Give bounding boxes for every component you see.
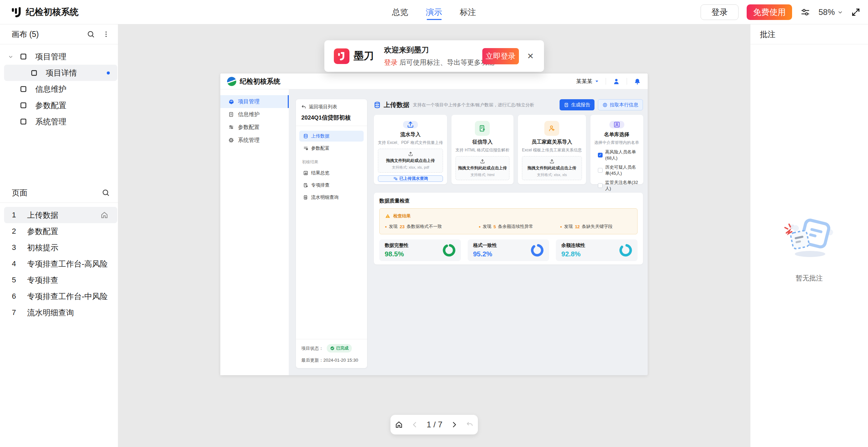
banner-subtitle: 登录 后可使用标注、导出等更多功能: [384, 58, 494, 67]
zoom-control[interactable]: 58%: [819, 7, 843, 17]
metric-value: 95.2%: [473, 250, 497, 258]
option-history-suspect[interactable]: 历史可疑人员名单(45人): [598, 164, 639, 176]
page-item-4[interactable]: 4专项排查工作台-高风险: [0, 256, 118, 272]
card-title: 员工家庭关系导入: [531, 139, 572, 145]
menu-upload-data[interactable]: 上传数据: [299, 131, 364, 142]
canvas-header: 画布 (5): [12, 29, 87, 40]
tree-item-project-detail[interactable]: 项目详情: [4, 65, 117, 81]
option-regulator-watch[interactable]: 监管关注名单(32人): [598, 179, 639, 192]
finding-post: 条余额连续性异常: [498, 224, 533, 230]
dropzone-text: 拖拽文件到此处或点击上传: [380, 158, 441, 164]
menu-label: 结果总览: [311, 170, 329, 176]
upload-icon: [524, 159, 580, 164]
finding-pre: 发现: [389, 224, 398, 230]
metric-label: 数据完整性: [385, 242, 408, 249]
tab-overview[interactable]: 总览: [392, 0, 408, 24]
search-icon[interactable]: [87, 30, 95, 38]
nav-params[interactable]: 参数配置: [220, 121, 289, 134]
data-quality-section: 数据质量检查 检查结果 •发现23条数据格式不一致 •发现5条余额连续性异常 •…: [374, 193, 643, 264]
chevron-down-icon[interactable]: [8, 54, 13, 59]
back-label: 返回项目列表: [309, 104, 337, 110]
mockup-left-nav: 项目管理 信息维护 参数配置 系统管理: [220, 89, 289, 375]
nav-system[interactable]: 系统管理: [220, 134, 289, 147]
project-status-block: 项目状态： 已完成 最后更新：2024-01-20 15:30: [296, 339, 367, 368]
check-result-title: 检查结果: [393, 213, 411, 219]
page-item-1[interactable]: 1 上传数据: [4, 207, 117, 223]
menu-params-config[interactable]: 参数配置: [299, 143, 364, 154]
close-icon[interactable]: ✕: [527, 51, 534, 61]
divider: [627, 78, 627, 85]
login-button[interactable]: 登录: [701, 4, 739, 20]
user-icon[interactable]: [613, 78, 620, 85]
replay-icon[interactable]: [466, 421, 473, 428]
annotation-panel: 批注: [750, 24, 868, 447]
credit-dropzone[interactable]: 拖拽文件到此处或点击上传 支持格式: html: [456, 156, 509, 180]
document-icon: [228, 112, 234, 117]
tab-present[interactable]: 演示: [426, 0, 442, 24]
menu-label: 参数配置: [311, 145, 329, 151]
checkbox-checked-icon[interactable]: [598, 153, 603, 157]
page-indicator: 1 / 7: [427, 420, 443, 429]
option-high-risk[interactable]: 高风险人员名单(68人): [598, 149, 639, 161]
tree-item-params[interactable]: 参数配置: [0, 97, 118, 113]
page-item-7[interactable]: 7流水明细查询: [0, 304, 118, 321]
quality-title: 数据质量检查: [379, 198, 638, 204]
menu-flow-detail[interactable]: 流水明细查询: [299, 192, 364, 203]
card-title: 征信导入: [472, 139, 492, 145]
menu-results-overview[interactable]: 结果总览: [299, 168, 364, 178]
login-now-button[interactable]: 立即登录: [482, 48, 519, 64]
card-title: 名单库选择: [604, 131, 629, 138]
tree-item-project-management[interactable]: 项目管理: [0, 48, 118, 65]
menu-special-check[interactable]: 专项排查: [299, 180, 364, 191]
back-to-projects[interactable]: 返回项目列表: [301, 104, 362, 110]
finding-post: 条缺失关键字段: [582, 224, 613, 230]
caret-down-icon: [595, 79, 599, 83]
next-page-icon[interactable]: [451, 421, 458, 428]
mockingbot-red-logo-icon: [334, 48, 349, 64]
dropzone-formats: 支持格式: html: [457, 172, 508, 177]
nav-project-management[interactable]: 项目管理: [220, 95, 289, 108]
finding-pre: 发现: [483, 224, 491, 230]
flow-dropzone[interactable]: 拖拽文件到此处或点击上传 支持格式: xlsx, xls, pdf: [378, 149, 443, 173]
page-item-2[interactable]: 2参数配置: [0, 223, 118, 239]
page-item-5[interactable]: 5专项排查: [0, 272, 118, 288]
finding-count: 23: [400, 224, 404, 229]
page-item-3[interactable]: 3初核提示: [0, 239, 118, 256]
content-title: 上传数据: [384, 101, 409, 109]
metric-balance-continuity: 余额连续性92.8%: [556, 239, 638, 261]
user-menu[interactable]: 某某某: [576, 78, 599, 85]
checkbox-icon[interactable]: [598, 183, 603, 188]
upload-icon: [457, 159, 508, 164]
project-title: 2024Q1信贷部初核: [301, 114, 362, 122]
canvas-tree: 项目管理 项目详情 信息维护 参数配置 系统管理: [0, 44, 118, 130]
tree-item-system[interactable]: 系统管理: [0, 113, 118, 130]
settings-sliders-icon[interactable]: [800, 7, 810, 17]
free-use-button[interactable]: 免费使用: [747, 4, 792, 20]
more-kebab-icon[interactable]: [102, 30, 110, 38]
search-icon[interactable]: [102, 189, 110, 197]
nav-info-maintain[interactable]: 信息维护: [220, 108, 289, 121]
pull-bank-info-button[interactable]: 拉取本行信息: [598, 99, 643, 110]
empty-annotations-text: 暂无批注: [796, 274, 823, 283]
bell-icon[interactable]: [634, 78, 641, 85]
status-label: 项目状态：: [301, 345, 323, 352]
home-icon[interactable]: [395, 421, 403, 429]
family-dropzone[interactable]: 拖拽文件到此处或点击上传 支持格式: xlsx, xls: [522, 156, 582, 180]
generate-report-button[interactable]: 生成报告: [560, 99, 594, 110]
page-label: 专项排查工作台-中风险: [27, 291, 108, 302]
page-number: 7: [12, 308, 27, 317]
checkbox-icon[interactable]: [598, 168, 603, 173]
tree-item-label: 系统管理: [35, 116, 66, 127]
bar-chart-icon: [303, 171, 308, 175]
donut-ring: [443, 244, 456, 257]
page-item-6[interactable]: 6专项排查工作台-中风险: [0, 288, 118, 304]
prev-page-icon[interactable]: [411, 421, 418, 428]
person-add-icon: [544, 121, 559, 136]
finding-count: 5: [493, 224, 496, 229]
fullscreen-icon[interactable]: [851, 7, 861, 17]
uploaded-flow-query-button[interactable]: 已上传流水查询: [378, 175, 443, 182]
tab-annotate[interactable]: 标注: [460, 0, 476, 24]
tree-item-info-maintain[interactable]: 信息维护: [0, 81, 118, 97]
login-link[interactable]: 登录: [384, 59, 398, 66]
banner-title: 欢迎来到墨刀: [384, 45, 494, 55]
